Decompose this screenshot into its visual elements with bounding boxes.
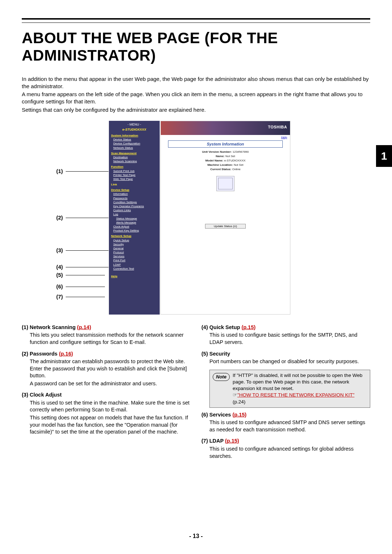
menu-item[interactable]: Device Status bbox=[111, 138, 158, 141]
entry-security: (5) Security Port numbers can be changed… bbox=[201, 350, 370, 365]
menu-section[interactable]: System Information bbox=[111, 134, 158, 138]
menu-item[interactable]: Custom Links bbox=[111, 208, 158, 212]
banner: TOSHIBA bbox=[161, 121, 290, 135]
entry-passwords: (2) Passwords (p.16) The administrator c… bbox=[22, 350, 191, 387]
page-ref-link[interactable]: (p.15) bbox=[225, 438, 239, 444]
system-info-block: Unit Version Number: 1234567890 Name: No… bbox=[161, 150, 290, 172]
page-ref-link[interactable]: (p.16) bbox=[59, 351, 73, 357]
intro-block: In addition to the menu that appear in t… bbox=[22, 75, 370, 114]
device-name: e-STUDIOXXXX bbox=[111, 127, 158, 132]
intro-line: In addition to the menu that appear in t… bbox=[22, 75, 370, 90]
entry-clock-adjust: (3) Clock Adjust This is used to set the… bbox=[22, 391, 191, 435]
entry-services: (6) Services (p.15) This is used to conf… bbox=[201, 411, 370, 434]
menu-item[interactable]: General bbox=[111, 246, 158, 250]
page-title: ABOUT THE WEB PAGE (FOR THE ADMINISTRATO… bbox=[22, 29, 370, 65]
menu-item[interactable]: Services bbox=[111, 254, 158, 258]
menu-item[interactable]: Connection Test bbox=[111, 267, 158, 271]
menu-section: Link bbox=[111, 182, 158, 186]
menu-item[interactable]: Printer Test Page bbox=[111, 173, 158, 177]
help-link[interactable]: Help bbox=[281, 136, 287, 139]
menu-item[interactable]: Submit Print Job bbox=[111, 169, 158, 173]
menu-section[interactable]: Network Setup bbox=[111, 234, 158, 238]
top-rule-thin bbox=[22, 22, 370, 23]
note-reset-link[interactable]: "HOW TO RESET THE NETWORK EXPANSION KIT" bbox=[237, 392, 355, 398]
callout-5: (5) bbox=[56, 272, 63, 278]
screenshot-figure: (1) (2) (3) (4) (5) (6) (7) - MENU - e-S… bbox=[22, 121, 370, 317]
brand-logo: TOSHIBA bbox=[268, 125, 287, 129]
intro-line: Settings that can only be configured by … bbox=[22, 106, 370, 114]
content-panel: TOSHIBA Help System Information Unit Ver… bbox=[160, 121, 290, 315]
menu-item[interactable]: Information bbox=[111, 192, 158, 196]
page-ref-link[interactable]: (p.14) bbox=[77, 324, 91, 330]
menu-item[interactable]: Condition Settings bbox=[111, 200, 158, 204]
note-box: Note If "HTTP" is disabled, it will not … bbox=[209, 370, 370, 408]
menu-section[interactable]: Help bbox=[111, 274, 158, 278]
page-ref-link[interactable]: (p.15) bbox=[232, 412, 246, 418]
note-label: Note bbox=[213, 373, 230, 381]
menu-item[interactable]: LDAP bbox=[111, 263, 158, 267]
description-columns: (1) Network Scanning (p.14) This lets yo… bbox=[22, 324, 370, 464]
callout-6: (6) bbox=[56, 283, 63, 290]
callout-1: (1) bbox=[56, 168, 63, 174]
callout-2: (2) bbox=[56, 214, 63, 221]
callout-4: (4) bbox=[56, 264, 63, 270]
menu-heading: - MENU - bbox=[111, 122, 158, 127]
callout-3: (3) bbox=[56, 247, 63, 253]
menu-item[interactable]: Web Test Page bbox=[111, 177, 158, 181]
menu-item[interactable]: Passwords bbox=[111, 196, 158, 200]
menu-item[interactable]: Protocol bbox=[111, 250, 158, 254]
entry-network-scanning: (1) Network Scanning (p.14) This lets yo… bbox=[22, 324, 191, 346]
intro-line: A menu frame appears on the left side of… bbox=[22, 91, 370, 106]
menu-panel: - MENU - e-STUDIOXXXX System Information… bbox=[109, 121, 160, 315]
menu-item[interactable]: Quick Setup bbox=[111, 238, 158, 242]
right-column: (4) Quick Setup (p.15) This is used to c… bbox=[201, 324, 370, 464]
menu-item[interactable]: Network Scanning bbox=[111, 159, 158, 163]
callout-7: (7) bbox=[56, 294, 63, 300]
chapter-tab: 1 bbox=[376, 145, 392, 167]
menu-subitem[interactable]: Status Message bbox=[111, 217, 158, 221]
menu-item[interactable]: Log bbox=[111, 212, 158, 216]
system-info-title: System Information bbox=[168, 140, 283, 148]
menu-item[interactable]: Network Status bbox=[111, 146, 158, 150]
menu-item[interactable]: Clock Adjust bbox=[111, 225, 158, 229]
note-text: If "HTTP" is disabled, it will not be po… bbox=[233, 370, 370, 407]
entry-ldap: (7) LDAP (p.15) This is used to configur… bbox=[201, 438, 370, 460]
menu-item[interactable]: Destination bbox=[111, 155, 158, 159]
update-status-button[interactable]: Update Status (U) bbox=[205, 224, 246, 229]
menu-section[interactable]: Device Setup bbox=[111, 188, 158, 192]
menu-subitem[interactable]: Alerts Message bbox=[111, 221, 158, 225]
menu-item[interactable]: Key Operator Programs bbox=[111, 204, 158, 208]
device-thumb-icon bbox=[216, 176, 234, 191]
menu-item[interactable]: Print Port bbox=[111, 258, 158, 262]
menu-item[interactable]: Device Configuration bbox=[111, 141, 158, 145]
left-column: (1) Network Scanning (p.14) This lets yo… bbox=[22, 324, 191, 464]
page-number: - 13 - bbox=[0, 533, 392, 539]
menu-item[interactable]: Product Key Setting bbox=[111, 229, 158, 233]
menu-section: Function bbox=[111, 165, 158, 169]
page-ref-link[interactable]: (p.15) bbox=[241, 324, 256, 330]
menu-section: Scan Management bbox=[111, 151, 158, 155]
entry-quick-setup: (4) Quick Setup (p.15) This is used to c… bbox=[201, 324, 370, 346]
top-rule-thick bbox=[22, 18, 370, 20]
menu-item[interactable]: Security bbox=[111, 242, 158, 246]
